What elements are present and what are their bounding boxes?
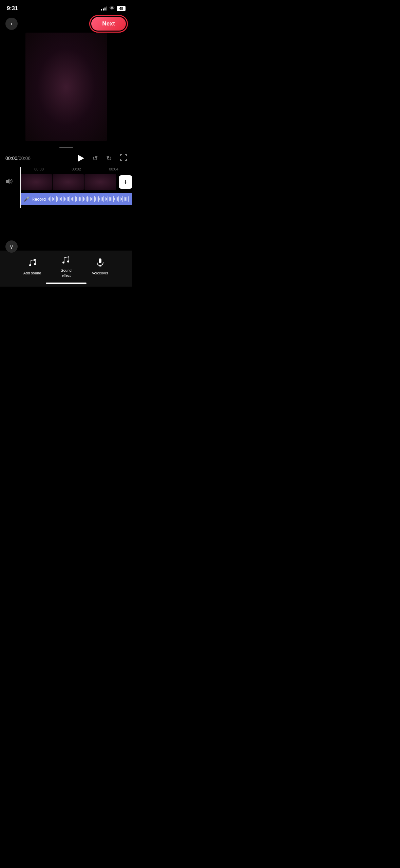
collapse-button[interactable]: ∨: [5, 240, 18, 253]
sound-effect-label: Soundeffect: [61, 268, 72, 278]
video-track: +: [20, 173, 132, 192]
volume-icon[interactable]: [5, 178, 13, 186]
timestamp-0: 00:00: [20, 167, 58, 171]
current-time: 00:00: [5, 156, 17, 161]
playback-center-controls: ↺ ↻: [78, 154, 127, 163]
timeline-section: 00:00 00:02 00:04 + 🎤: [0, 167, 132, 205]
voiceover-label: Voiceover: [92, 271, 108, 275]
next-button[interactable]: Next: [91, 17, 126, 31]
next-btn-highlight: Next: [90, 16, 127, 32]
total-time: 00:06: [19, 156, 31, 161]
svg-rect-8: [99, 258, 101, 263]
rewind-icon[interactable]: ↺: [92, 154, 98, 162]
video-clips: [20, 174, 116, 190]
record-track[interactable]: 🎤 Record: [20, 193, 132, 205]
header: ‹ Next: [0, 15, 132, 33]
video-preview-container: [0, 33, 132, 144]
back-button[interactable]: ‹: [5, 18, 18, 30]
add-sound-label: Add sound: [23, 271, 41, 275]
timeline-timestamps: 00:00 00:02 00:04: [20, 167, 132, 171]
svg-point-1: [29, 264, 31, 266]
add-clip-button[interactable]: +: [119, 175, 132, 189]
svg-point-2: [34, 263, 36, 265]
voiceover-icon: [95, 258, 105, 269]
mic-icon: 🎤: [24, 196, 30, 202]
playback-controls: 00:00/00:06 ↺ ↻: [0, 151, 132, 166]
svg-point-6: [67, 260, 69, 263]
bottom-toolbar: Add sound ✦ Soundeffect: [0, 251, 132, 287]
sound-effect-icon: ✦: [61, 255, 71, 266]
toolbar-item-sound-effect[interactable]: ✦ Soundeffect: [56, 255, 76, 278]
waveform: [48, 195, 129, 203]
play-button[interactable]: [78, 155, 84, 162]
timestamp-4: 00:04: [95, 167, 132, 171]
chevron-down-icon: ∨: [9, 243, 14, 250]
svg-marker-0: [6, 179, 9, 184]
add-sound-icon: [27, 258, 37, 269]
timestamp-2: 00:02: [58, 167, 95, 171]
plus-icon: +: [123, 178, 128, 186]
status-bar: 9:31 48: [0, 0, 132, 15]
forward-icon[interactable]: ↻: [106, 154, 112, 162]
wifi-icon: [109, 6, 115, 11]
timeline-wrapper: 00:00 00:02 00:04 + 🎤: [0, 167, 132, 208]
toolbar-item-add-sound[interactable]: Add sound: [22, 258, 42, 275]
toolbar-items: Add sound ✦ Soundeffect: [0, 251, 132, 281]
signal-icon: [101, 6, 107, 11]
video-clip-3[interactable]: [84, 174, 116, 190]
toolbar-item-voiceover[interactable]: Voiceover: [90, 258, 110, 275]
record-label: Record: [32, 197, 46, 202]
video-clip-1[interactable]: [20, 174, 52, 190]
svg-text:✦: ✦: [67, 255, 70, 259]
fullscreen-icon[interactable]: [120, 154, 127, 163]
battery-icon: 48: [117, 6, 126, 11]
scrubber-handle[interactable]: [59, 147, 73, 148]
time-display: 00:00/00:06: [5, 156, 31, 161]
status-icons: 48: [101, 6, 126, 11]
svg-point-5: [62, 261, 64, 264]
video-clip-2[interactable]: [53, 174, 84, 190]
video-preview: [25, 33, 107, 141]
back-chevron-icon: ‹: [11, 21, 12, 27]
home-indicator: [46, 283, 87, 284]
status-time: 9:31: [7, 5, 18, 12]
